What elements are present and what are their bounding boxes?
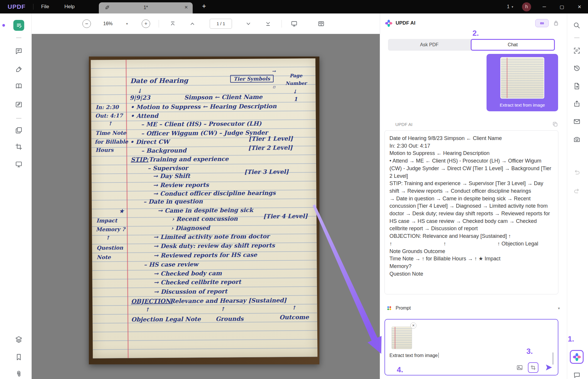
attachment-icon[interactable] [15,370,23,378]
tab-count-dropdown[interactable]: 1 ▾ [507,4,513,9]
user-avatar[interactable]: h [522,2,531,11]
tutorial-step-4: 4. [397,365,403,374]
close-button[interactable]: ✕ [575,2,584,11]
note-line: Grounds [216,315,243,322]
user-message-bubble: Extract text from image [487,54,558,111]
note-line: • Attend [131,112,158,120]
ai-panel-title: UPDF AI [396,20,415,26]
zoom-dropdown-icon[interactable]: ▾ [126,22,128,26]
comment-tool-icon[interactable] [15,47,23,55]
note-line: [Tier 3 Level] [244,168,289,176]
response-line: Question Note [389,270,553,278]
left-sidebar [0,13,32,379]
note-line: ▫ [273,84,276,89]
note-line: [Tier 2 Level] [248,144,292,151]
presentation-icon[interactable] [291,20,298,27]
chat-history[interactable]: Extract text from image UPDF AI Date of … [380,51,567,302]
note-line: → Checked body cam [154,270,222,277]
divider [282,20,282,28]
updf-ai-logo-icon [385,19,393,27]
divider [159,20,159,28]
scrollbar-thumb[interactable] [552,352,554,365]
history-icon[interactable] [573,64,581,72]
ocr-icon[interactable] [573,47,581,54]
response-line: • Attend → ME ← Client (HS) - Prosecutor… [389,157,553,180]
tab-chat[interactable]: Chat [471,39,555,51]
tab-ask-pdf[interactable]: Ask PDF [388,39,471,51]
next-page-icon[interactable] [245,20,252,27]
organize-pages-icon[interactable] [15,127,23,134]
layers-icon[interactable] [15,336,23,343]
insert-image-icon[interactable] [516,364,523,371]
divider [574,37,579,38]
ai-response-card: Date of Hearing 9/8/23 Simpson ← Client … [384,130,558,294]
search-icon[interactable] [573,22,581,29]
note-line: [Tier 1 Level] [248,135,293,142]
prompt-input-text[interactable]: Extract text from image [389,353,439,358]
remove-attachment-button[interactable]: ✕ [410,322,416,329]
note-line: STIP: [131,156,149,163]
unlimited-usage-button[interactable]: ∞ [535,19,549,27]
note-line: Objection Legal Note [131,315,201,323]
zoom-out-button[interactable]: − [82,19,91,28]
document-viewport[interactable]: Date of Hearing↓Tier Symbols→▫PageNumber… [32,34,380,379]
minimize-button[interactable]: ─ [540,2,549,11]
note-line: Note [97,254,111,260]
capture-icon[interactable] [573,136,581,143]
form-tool-icon[interactable] [15,101,23,108]
page-indicator[interactable]: 1 / 1 [210,19,232,29]
prompt-input[interactable]: ✕ Extract text from image 4. 3. [384,319,558,375]
read-book-icon[interactable] [15,82,23,90]
maximize-button[interactable]: ▢ [558,2,566,11]
note-line: Hours [95,147,113,153]
updf-ai-sidebar-button[interactable] [570,350,584,364]
text-cursor [438,353,439,358]
screenshot-capture-button[interactable] [528,362,538,373]
prompt-collapse-icon[interactable]: ▾ [558,306,560,310]
scanned-note-photo: Date of Hearing↓Tier Symbols→▫PageNumber… [89,57,319,364]
tab-close-icon[interactable]: ✕ [184,5,188,10]
updf-logo: UPDF [8,3,26,10]
response-line: → Date in question → Came in despite bei… [389,195,553,233]
zoom-in-button[interactable]: + [142,19,150,28]
bookmark-icon[interactable] [15,353,23,361]
crop-page-icon[interactable] [15,143,23,151]
zoom-level[interactable]: 16% [103,21,113,26]
updf-ai-panel: UPDF AI ∞ 2. Ask PDF Chat Extract text f… [380,13,567,379]
tutorial-step-3: 3. [526,347,533,356]
document-tab[interactable]: 1* ✕ [99,2,193,13]
handwriting-layer: Date of Hearing↓Tier Symbols→▫PageNumber… [91,59,318,359]
note-line: Time Note [95,130,126,136]
copy-response-icon[interactable] [552,121,558,127]
save-as-icon[interactable] [573,82,581,90]
divider [16,37,21,38]
note-line: ↑ [145,307,150,313]
feedback-icon[interactable] [573,371,581,379]
menu-help[interactable]: Help [65,4,75,10]
send-button[interactable] [545,363,553,371]
page-layout-icon[interactable] [318,20,325,27]
document-area: − 16% ▾ + 1 / 1 Date of Hearing↓Tier Sym… [32,13,380,379]
previous-page-icon[interactable] [189,20,196,27]
note-line: → Day Shift [153,173,190,180]
lock-icon[interactable] [553,20,559,26]
slideshow-icon[interactable] [15,161,23,168]
note-line: ↑ [292,305,296,311]
note-line: Date of Hearing [130,77,188,85]
redo-icon[interactable] [573,187,581,195]
note-line: ↑ [106,235,110,241]
note-line: for Billable [95,139,128,145]
tutorial-step-1: 1. [568,334,574,344]
note-line: Question [96,245,123,251]
new-tab-button[interactable]: + [200,2,208,11]
reader-mode-icon [15,22,22,29]
first-page-icon[interactable] [169,20,176,27]
reader-mode-button[interactable] [13,20,24,31]
undo-icon[interactable] [573,168,581,176]
edit-text-icon[interactable] [15,66,23,73]
email-icon[interactable] [573,118,581,125]
last-page-icon[interactable] [265,20,272,27]
attached-image-thumbnail [500,57,544,99]
menu-file[interactable]: File [41,4,49,10]
export-share-icon[interactable] [573,100,581,107]
